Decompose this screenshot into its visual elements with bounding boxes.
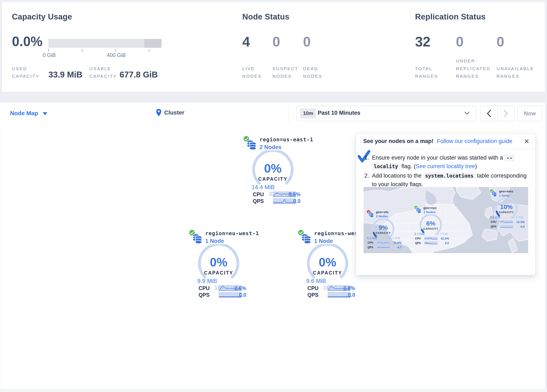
locality-title: geo=ams [499,190,513,193]
time-step-buttons [480,106,514,121]
replication-status-title: Replication Status [415,12,486,21]
node-count: 2 Nodes [424,210,436,214]
qps-metric-row: QPS 0.0 [197,291,246,298]
qps-metric-row: QPS 0.0 [414,241,449,245]
node-map-page: Capacity Usage 0.0% 0 GiB 400 GiB USED C… [0,0,547,392]
capacity-tick [48,49,49,52]
qps-label: QPS [491,225,496,228]
cpu-label: CPU [491,220,496,223]
used-capacity-label: USED CAPACITY [12,65,39,80]
database-stack-icon [368,212,374,217]
capacity-used: 9.6 MiB [306,278,326,284]
qps-metric-row: QPS 0.0 [306,291,355,298]
qps-sparkline [219,292,242,297]
cpu-metric-row: CPU 12.3% [490,220,525,224]
capacity-used: 3.6 GiB [490,215,500,219]
qps-value: 0.0 [293,198,301,204]
capacity-percent: 6% [417,220,444,227]
cpu-label: CPU [198,285,210,291]
capacity-label: CAPACITY [185,270,252,276]
view-selector-label: Node Map [10,110,38,117]
node-count-link[interactable]: 1 Node [314,238,333,244]
cpu-label: CPU [308,285,319,291]
popup-step-2: 2. Add locations to the system.locations… [364,172,527,188]
capacity-label: CAPACITY [239,176,306,182]
locality-title: geo=nyc [424,206,437,210]
dead-nodes-value: 0 [303,34,311,50]
now-button[interactable]: Now [518,106,542,121]
cpu-metric-row: CPU 2.6% [197,285,246,291]
time-step-back-button[interactable] [481,106,497,121]
cpu-metric-row: CPU 11.0% [367,241,402,245]
node-count-link[interactable]: 1 Node [205,238,224,244]
locality-title: region=eu-west-1 [205,230,259,236]
live-nodes-label: LIVE NODES [242,65,270,80]
capacity-total: 65.7 GiB [436,232,448,236]
step-text-fragment: Add locations to the [372,172,423,179]
capacity-range: 3.7 GiB 65.7 GiB [414,232,448,236]
qps-label: QPS [198,292,210,298]
node-count-link[interactable]: 2 Nodes [260,144,281,151]
breadcrumb: Cluster [156,109,184,117]
qps-label: QPS [253,198,264,204]
time-step-forward-button[interactable] [497,106,514,121]
code-span: system.locations [423,172,475,179]
node-count: 2 Nodes [376,214,388,218]
cpu-label: CPU [253,191,264,198]
database-stack-icon [416,207,421,213]
locality-tree-link[interactable]: See current locality tree [416,163,475,169]
chevron-right-icon [503,110,508,117]
page-gutter [545,0,547,392]
capacity-bar-reserved [144,39,161,48]
node-group-us-east-1[interactable]: region=us-east-1 2 Nodes 0% CAPACITY 14.… [239,135,306,206]
footer-strip [0,389,547,392]
capacity-tick-label-400: 400 GiB [107,52,126,58]
cpu-value: 11.0% [393,241,402,244]
capacity-used: 3.2 GiB [367,236,377,240]
time-range-dropdown[interactable]: 10m Past 10 Minutes [297,106,476,121]
qps-value: 0.0 [521,225,525,228]
qps-sparkline [500,225,513,228]
chevron-down-icon [464,111,470,115]
capacity-range: 3.6 GiB 34.4 GiB [490,215,523,219]
time-range-label: Past 10 Minutes [318,110,360,116]
popup-title: See your nodes on a map! [363,138,433,144]
configuration-guide-link[interactable]: Follow our configuration guide [437,138,512,144]
qps-sparkline [377,246,390,249]
step-text-fragment: flag. ( [400,163,416,169]
view-selector-dropdown[interactable]: Node Map [10,110,47,117]
map-configuration-popup: See your nodes on a map! Follow our conf… [356,134,535,275]
cpu-metric-row: CPU 2.8% [306,285,355,291]
capacity-percent: 9% [370,224,397,231]
capacity-used: 14.4 MiB [252,184,275,191]
cpu-value: 2.6% [234,285,246,291]
node-group-eu-west-1[interactable]: region=eu-west-1 1 Node 0% CAPACITY 9.9 … [185,229,252,300]
cpu-sparkline [424,237,438,240]
capacity-percent: 0% [239,161,306,175]
qps-label: QPS [415,241,421,245]
database-stack-icon [246,139,257,150]
capacity-usage-title: Capacity Usage [12,12,72,21]
database-stack-icon [192,233,202,244]
cpu-sparkline [377,241,390,244]
cpu-value: 5.5% [289,191,301,198]
qps-value: 0.0 [239,292,246,298]
unavailable-value: 0 [497,34,504,50]
cpu-sparkline [500,220,513,223]
capacity-percent: 0% [294,255,361,269]
example-map-illustration: geo=sfo 2 Nodes 9% CAPACITY 3.2 GiB 35.1… [363,187,528,253]
capacity-bar [48,39,161,48]
qps-metric-row: QPS 4.7 [367,245,402,249]
node-group-us-west-1[interactable]: region=us-west-1 1 Node 0% CAPACITY 9.6 … [294,229,361,300]
qps-metric-row: QPS 0.0 [490,225,525,228]
used-capacity-value: 33.9 MiB [48,70,82,79]
qps-metric-row: QPS 0.0 [251,198,301,204]
node-count: 1 Node [499,194,510,197]
total-ranges-label: TOTAL RANGES [415,65,442,80]
popup-steps: 1. Ensure every node in your cluster was… [364,153,527,189]
close-icon[interactable]: ✕ [524,138,529,145]
capacity-total: 34.4 GiB [511,215,523,219]
step-text-fragment: ) [475,163,477,169]
map-pin-icon [156,109,162,117]
capacity-label: CAPACITY [493,211,520,214]
